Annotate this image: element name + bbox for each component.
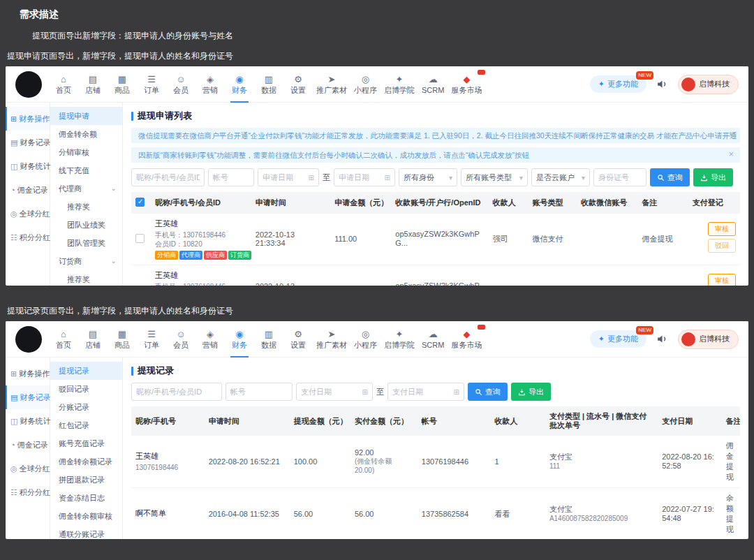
brand-account-button[interactable]: 启博科技 [678, 330, 739, 349]
menu-item-team-manage-bonus[interactable]: 团队管理奖 [50, 234, 122, 252]
sidebar-item-finance-stats[interactable]: ◫财务统计 [6, 154, 50, 178]
col-header: 收款账号/开户行/OpenID [391, 192, 489, 214]
nav-item-goods[interactable]: ▦商品 [108, 321, 137, 358]
search-button[interactable]: 查询 [650, 168, 690, 186]
menu-item-referral-bonus[interactable]: 推荐奖 [50, 270, 122, 286]
nav-item-scrm[interactable]: ☁SCRM [418, 321, 448, 358]
menu-item-offline-recharge[interactable]: 线下充值 [50, 161, 122, 179]
sidebar-item-global-dividend[interactable]: ◎全球分红 [6, 202, 50, 226]
menu-item-referral-bonus[interactable]: 推荐奖 [50, 198, 122, 216]
nav-item-orders[interactable]: ☰订单 [137, 66, 166, 103]
export-button[interactable]: 导出 [693, 168, 733, 186]
account-type-select[interactable]: 所有账号类型▾ [461, 168, 528, 186]
menu-item-redpacket-records[interactable]: 红包记录 [50, 416, 122, 434]
screenshot1-caption: 提现申请页面导出，新增字段，提现申请人的姓名和身份证号 [0, 42, 754, 66]
pay-date-end-input[interactable]: 支付日期⊞ [387, 383, 464, 401]
sidebar-item-finance-records[interactable]: ▤财务记录 [6, 131, 50, 154]
nav-item-promo-materials[interactable]: ➤推广素材 [313, 66, 350, 103]
account-input[interactable] [208, 168, 254, 186]
sidebar-item-points-dividend[interactable]: ☷积分分红 [6, 226, 50, 249]
table-header-row: 昵称/手机号 申请时间 提现金额（元） 实付金额（元） 帐号 收款人 支付类型 … [131, 406, 740, 436]
select-all-checkbox[interactable] [135, 198, 145, 207]
menu-item-account-recharge-records[interactable]: 账号充值记录 [50, 434, 122, 452]
nav-item-members[interactable]: ☺会员 [166, 321, 195, 358]
pay-date-start-input[interactable]: 支付日期⊞ [296, 383, 373, 401]
menu-item-split-records[interactable]: 分账记录 [50, 398, 122, 416]
sidebar-item-commission-records[interactable]: ◔佣金记录 [6, 178, 50, 202]
reject-button[interactable]: 驳回 [708, 239, 736, 253]
row-checkbox[interactable] [135, 234, 145, 243]
menu-item-tonglian-split-records[interactable]: 通联分账记录 [50, 525, 122, 539]
apply-date-end-input[interactable]: 申请日期⊞ [334, 168, 395, 186]
nav-item-goods[interactable]: ▦商品 [108, 66, 137, 103]
nav-item-academy[interactable]: ✦启博学院 [380, 321, 418, 358]
global-dividend-icon: ◎ [10, 209, 17, 219]
menu-item-commission-to-balance[interactable]: 佣金转余额 [50, 125, 122, 143]
close-icon[interactable]: × [728, 131, 734, 139]
sidebar-item-finance-stats[interactable]: ◫财务统计 [6, 409, 50, 433]
nav-item-scrm[interactable]: ☁SCRM [418, 66, 448, 103]
more-features-button[interactable]: ✦ 更多功能 NEW [590, 330, 646, 348]
announcement-icon[interactable] [656, 333, 668, 345]
sidebar-item-finance-operations[interactable]: ⊞财务操作 [6, 107, 50, 131]
nav-item-academy[interactable]: ✦启博学院 [380, 66, 418, 103]
main-content: 提现申请列表 微信提现需要在微信商户平台开通“企业付款到零钱”功能才能正常发放，… [123, 103, 748, 286]
nav-item-settings[interactable]: ⚙设置 [283, 66, 313, 103]
menu-group-orderer[interactable]: 订货商⌄ [50, 252, 122, 270]
menu-item-distribution-review[interactable]: 分销审核 [50, 143, 122, 161]
search-button[interactable]: 查询 [468, 383, 508, 401]
sidebar-item-finance-records[interactable]: ▤财务记录 [6, 385, 50, 409]
nav-item-orders[interactable]: ☰订单 [137, 321, 166, 358]
review-button[interactable]: 审核 [708, 222, 736, 236]
brand-account-button[interactable]: 启博科技 [678, 75, 739, 94]
sidebar-item-finance-operations[interactable]: ⊞财务操作 [6, 362, 50, 385]
nav-item-marketing[interactable]: ◈营销 [195, 321, 225, 358]
nav-item-shop[interactable]: ▤店铺 [78, 321, 108, 358]
nav-item-mini-program[interactable]: ◎小程序 [350, 66, 380, 103]
nav-item-home[interactable]: ⌂首页 [49, 66, 78, 103]
close-icon[interactable]: × [728, 150, 734, 159]
date-range-to-label: 至 [323, 172, 330, 183]
menu-group-agent[interactable]: 代理商⌄ [50, 179, 122, 198]
keyword-input[interactable] [131, 383, 222, 401]
menu-item-withdraw-records[interactable]: 提现记录 [50, 362, 122, 380]
nav-item-members[interactable]: ☺会员 [166, 66, 195, 103]
nav-item-service-market[interactable]: ◆服务市场 [448, 321, 485, 358]
finance-ops-icon: ⊞ [10, 115, 17, 124]
nav-item-finance[interactable]: ◉财务 [225, 66, 254, 103]
identity-select[interactable]: 所有身份▾ [399, 168, 457, 186]
nav-item-service-market[interactable]: ◆服务市场 [448, 66, 485, 103]
nav-item-settings[interactable]: ⚙设置 [283, 321, 313, 358]
keyword-input[interactable] [131, 168, 205, 186]
menu-item-commission-to-balance-records[interactable]: 佣金转余额记录 [50, 452, 122, 471]
menu-item-funds-freeze-log[interactable]: 资金冻结日志 [50, 489, 122, 507]
nav-item-data[interactable]: ▥数据 [254, 66, 283, 103]
menu-item-commission-to-balance-review[interactable]: 佣金转余额审核 [50, 507, 122, 525]
menu-item-reject-records[interactable]: 驳回记录 [50, 380, 122, 398]
account-input[interactable] [226, 383, 293, 401]
sidebar-item-global-dividend[interactable]: ◎全球分红 [6, 457, 50, 480]
nav-item-home[interactable]: ⌂首页 [49, 321, 78, 358]
nav-item-mini-program[interactable]: ◎小程序 [350, 321, 380, 358]
announcement-icon[interactable] [656, 78, 668, 90]
review-button[interactable]: 审核 [708, 274, 736, 286]
apply-date-start-input[interactable]: 申请日期⊞ [258, 168, 319, 186]
nav-item-data[interactable]: ▥数据 [254, 321, 283, 358]
sidebar-item-points-dividend[interactable]: ☷积分分红 [6, 480, 50, 504]
menu-item-team-performance-bonus[interactable]: 团队业绩奖 [50, 216, 122, 234]
nav-item-marketing[interactable]: ◈营销 [195, 66, 225, 103]
menu-item-withdraw-apply[interactable]: 提现申请 [50, 107, 122, 125]
goods-icon: ▦ [118, 330, 126, 339]
nav-item-shop[interactable]: ▤店铺 [78, 66, 108, 103]
menu-item-groupbuy-refund-records[interactable]: 拼团退款记录 [50, 471, 122, 489]
sidebar-item-commission-records[interactable]: ◔佣金记录 [6, 433, 50, 457]
export-button[interactable]: 导出 [511, 383, 551, 401]
id-card-input[interactable] [593, 168, 646, 186]
calendar-icon: ⊞ [454, 388, 459, 396]
nav-item-promo-materials[interactable]: ➤推广素材 [313, 321, 350, 358]
more-features-button[interactable]: ✦ 更多功能 NEW [590, 75, 646, 93]
remark: 佣金提现 [722, 436, 740, 488]
nav-item-finance[interactable]: ◉财务 [225, 321, 254, 358]
cloud-account-select[interactable]: 是否云账户▾ [531, 168, 590, 186]
apply-time: 2022-10-13 15:56:53 [251, 265, 330, 286]
